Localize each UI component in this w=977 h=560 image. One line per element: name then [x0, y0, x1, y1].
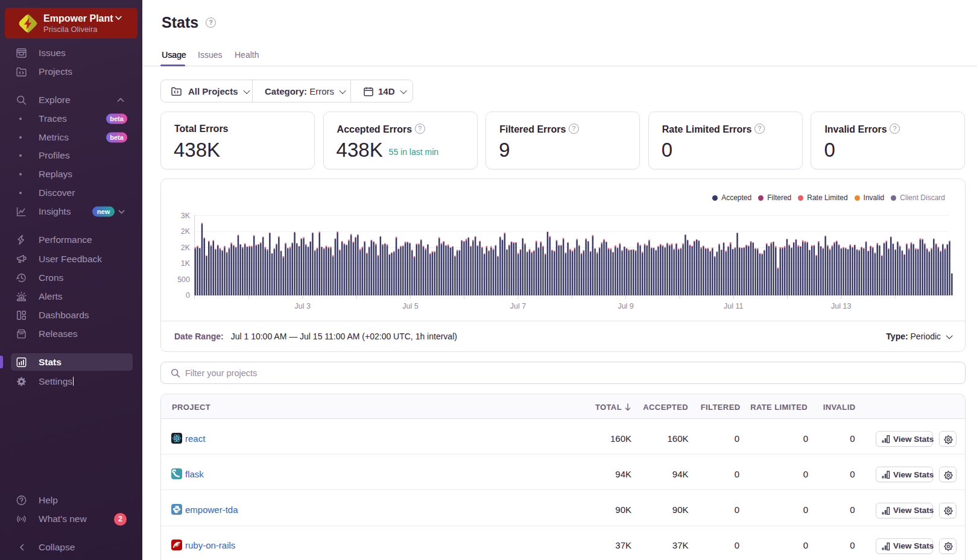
svg-text:Jul 5: Jul 5: [402, 302, 418, 310]
svg-text:2K: 2K: [181, 244, 191, 252]
svg-text:Jul 7: Jul 7: [510, 302, 526, 310]
svg-text:Jul 3: Jul 3: [295, 302, 311, 310]
svg-text:0: 0: [186, 291, 190, 300]
svg-text:1K: 1K: [181, 259, 191, 268]
svg-text:2K: 2K: [181, 227, 191, 236]
svg-text:Jul 9: Jul 9: [618, 302, 633, 310]
svg-text:3K: 3K: [181, 212, 191, 220]
svg-text:Jul 13: Jul 13: [831, 302, 851, 310]
svg-text:Jul 11: Jul 11: [724, 302, 743, 310]
svg-text:500: 500: [177, 275, 190, 284]
